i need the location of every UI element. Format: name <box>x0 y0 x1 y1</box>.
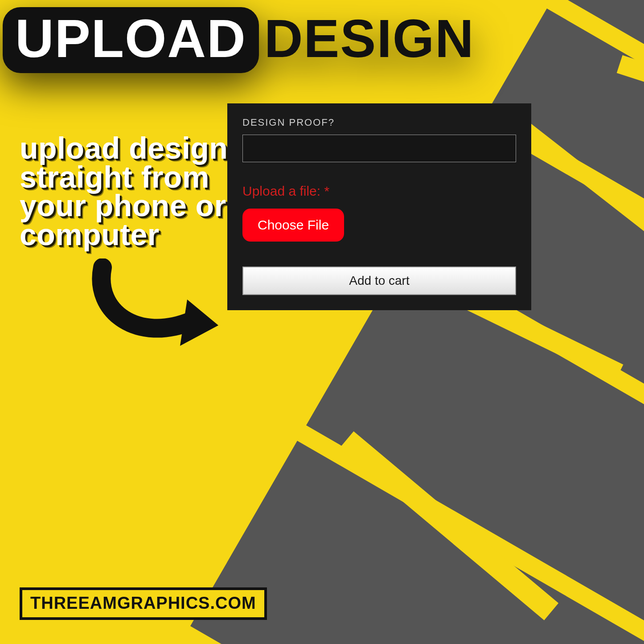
footer-site-badge: THREEAMGRAPHICS.COM <box>20 587 267 620</box>
heading-design-word: DESIGN <box>259 7 475 73</box>
upload-file-label: Upload a file: * <box>242 184 516 199</box>
design-proof-label: DESIGN PROOF? <box>242 117 516 128</box>
add-to-cart-button[interactable]: Add to cart <box>242 267 516 295</box>
required-mark: * <box>324 184 329 198</box>
choose-file-button[interactable]: Choose File <box>242 209 344 242</box>
page-heading: UPLOAD DESIGN <box>3 7 475 73</box>
design-proof-input[interactable] <box>242 135 516 162</box>
arrow-icon <box>85 258 227 357</box>
heading-upload-pill: UPLOAD <box>3 7 259 73</box>
upload-file-label-text: Upload a file: <box>242 184 320 198</box>
upload-form-panel: DESIGN PROOF? Upload a file: * Choose Fi… <box>227 103 531 310</box>
